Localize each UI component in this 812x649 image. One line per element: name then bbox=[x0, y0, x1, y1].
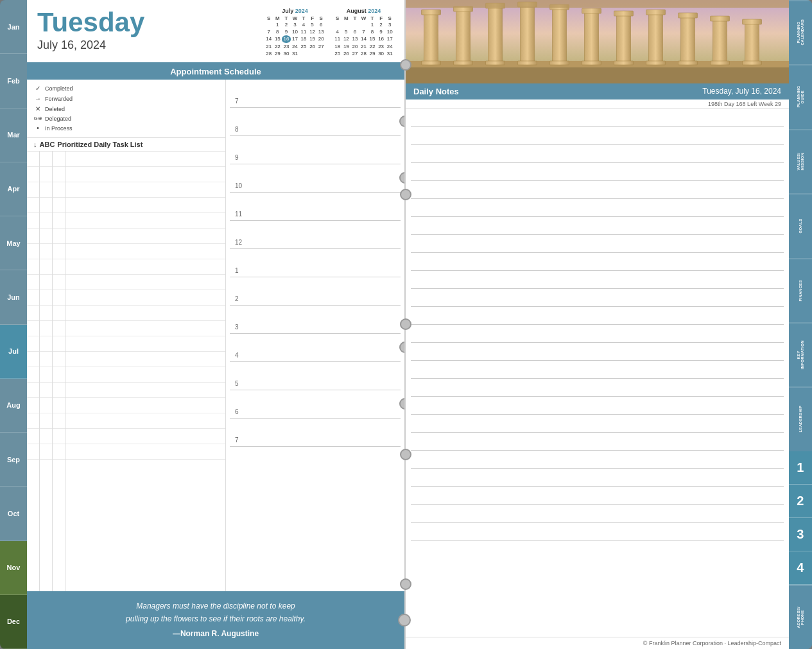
task-line-b-8[interactable] bbox=[53, 259, 65, 275]
task-line-check-19[interactable] bbox=[27, 429, 39, 444]
task-line-check-14[interactable] bbox=[27, 352, 39, 367]
task-line-check-3[interactable] bbox=[27, 182, 39, 198]
task-line-check-8[interactable] bbox=[27, 259, 39, 275]
task-line-main-20[interactable] bbox=[65, 444, 225, 460]
tab-planning-calendars[interactable]: PLANNINGCALENDARS bbox=[789, 0, 812, 64]
appt-line-12[interactable]: 12 bbox=[230, 221, 401, 249]
task-line-b-12[interactable] bbox=[53, 321, 65, 336]
tab-address-phone[interactable]: ADDRESS/PHONE bbox=[789, 585, 812, 649]
appt-line-5[interactable]: 5 bbox=[230, 362, 401, 390]
task-line-a-8[interactable] bbox=[40, 259, 52, 275]
task-line-b-11[interactable] bbox=[53, 306, 65, 321]
notes-line-17[interactable] bbox=[411, 397, 784, 415]
task-line-main-4[interactable] bbox=[65, 198, 225, 213]
task-line-a-17[interactable] bbox=[40, 398, 52, 413]
month-tab-mar[interactable]: Mar bbox=[0, 108, 27, 162]
notes-line-20[interactable] bbox=[411, 451, 784, 469]
task-line-main-17[interactable] bbox=[65, 398, 225, 413]
task-line-main-16[interactable] bbox=[65, 383, 225, 398]
task-line-main-5[interactable] bbox=[65, 213, 225, 229]
task-line-check-16[interactable] bbox=[27, 383, 39, 398]
tab-1[interactable]: 1 bbox=[789, 451, 812, 485]
month-tab-nov[interactable]: Nov bbox=[0, 541, 27, 595]
task-line-b-18[interactable] bbox=[53, 413, 65, 429]
task-line-check-12[interactable] bbox=[27, 321, 39, 336]
month-tab-apr[interactable]: Apr bbox=[0, 162, 27, 216]
task-line-a-20[interactable] bbox=[40, 444, 52, 460]
task-line-check-13[interactable] bbox=[27, 336, 39, 352]
notes-line-22[interactable] bbox=[411, 487, 784, 505]
task-line-main-9[interactable] bbox=[65, 275, 225, 290]
task-line-check-10[interactable] bbox=[27, 290, 39, 306]
month-tab-aug[interactable]: Aug bbox=[0, 379, 27, 433]
task-line-a-3[interactable] bbox=[40, 182, 52, 198]
appt-line-7[interactable]: 7 bbox=[230, 80, 401, 108]
task-line-check-9[interactable] bbox=[27, 275, 39, 290]
task-line-check-6[interactable] bbox=[27, 229, 39, 244]
appt-line-9[interactable]: 9 bbox=[230, 136, 401, 164]
task-line-main-13[interactable] bbox=[65, 336, 225, 352]
task-line-a-15[interactable] bbox=[40, 367, 52, 383]
task-line-a-10[interactable] bbox=[40, 290, 52, 306]
notes-line-23[interactable] bbox=[411, 505, 784, 523]
task-line-check-1[interactable] bbox=[27, 151, 39, 167]
task-line-b-16[interactable] bbox=[53, 383, 65, 398]
notes-line-13[interactable] bbox=[411, 325, 784, 343]
notes-line-3[interactable] bbox=[411, 145, 784, 163]
task-line-check-17[interactable] bbox=[27, 398, 39, 413]
task-line-a-5[interactable] bbox=[40, 213, 52, 229]
task-line-main-19[interactable] bbox=[65, 429, 225, 444]
notes-line-7[interactable] bbox=[411, 217, 784, 235]
month-tab-oct[interactable]: Oct bbox=[0, 487, 27, 541]
task-line-a-2[interactable] bbox=[40, 167, 52, 182]
notes-line-24[interactable] bbox=[411, 523, 784, 541]
task-line-b-9[interactable] bbox=[53, 275, 65, 290]
task-line-b-15[interactable] bbox=[53, 367, 65, 383]
appt-line-4[interactable]: 4 bbox=[230, 334, 401, 362]
month-tab-feb[interactable]: Feb bbox=[0, 54, 27, 108]
tab-2[interactable]: 2 bbox=[789, 485, 812, 518]
task-line-b-14[interactable] bbox=[53, 352, 65, 367]
notes-line-2[interactable] bbox=[411, 127, 784, 145]
task-line-check-4[interactable] bbox=[27, 198, 39, 213]
task-line-b-19[interactable] bbox=[53, 429, 65, 444]
task-line-main-8[interactable] bbox=[65, 259, 225, 275]
task-line-main-3[interactable] bbox=[65, 182, 225, 198]
task-line-check-20[interactable] bbox=[27, 444, 39, 460]
task-line-b-2[interactable] bbox=[53, 167, 65, 182]
appt-line-11[interactable]: 11 bbox=[230, 193, 401, 221]
task-line-check-7[interactable] bbox=[27, 244, 39, 259]
task-line-a-12[interactable] bbox=[40, 321, 52, 336]
appt-line-10[interactable]: 10 bbox=[230, 164, 401, 193]
tab-finances[interactable]: FINANCES bbox=[789, 258, 812, 322]
task-line-check-11[interactable] bbox=[27, 306, 39, 321]
month-tab-sep[interactable]: Sep bbox=[0, 433, 27, 487]
notes-line-8[interactable] bbox=[411, 235, 784, 253]
appt-line-6[interactable]: 6 bbox=[230, 390, 401, 419]
task-line-main-6[interactable] bbox=[65, 229, 225, 244]
task-line-a-7[interactable] bbox=[40, 244, 52, 259]
tab-leadership[interactable]: LEADERSHIP bbox=[789, 386, 812, 451]
month-tab-may[interactable]: May bbox=[0, 216, 27, 270]
task-line-b-6[interactable] bbox=[53, 229, 65, 244]
notes-line-5[interactable] bbox=[411, 181, 784, 199]
notes-line-11[interactable] bbox=[411, 289, 784, 307]
appt-line-1[interactable]: 1 bbox=[230, 249, 401, 277]
task-line-check-15[interactable] bbox=[27, 367, 39, 383]
tab-4[interactable]: 4 bbox=[789, 551, 812, 585]
task-line-a-4[interactable] bbox=[40, 198, 52, 213]
task-line-main-7[interactable] bbox=[65, 244, 225, 259]
task-line-main-18[interactable] bbox=[65, 413, 225, 429]
task-line-b-7[interactable] bbox=[53, 244, 65, 259]
notes-line-14[interactable] bbox=[411, 343, 784, 361]
task-line-main-12[interactable] bbox=[65, 321, 225, 336]
task-line-a-9[interactable] bbox=[40, 275, 52, 290]
task-line-a-16[interactable] bbox=[40, 383, 52, 398]
task-line-a-18[interactable] bbox=[40, 413, 52, 429]
task-line-b-4[interactable] bbox=[53, 198, 65, 213]
tab-goals[interactable]: GOALS bbox=[789, 193, 812, 257]
task-line-a-1[interactable] bbox=[40, 151, 52, 167]
task-line-main-11[interactable] bbox=[65, 306, 225, 321]
month-tab-jun[interactable]: Jun bbox=[0, 270, 27, 324]
task-line-main-15[interactable] bbox=[65, 367, 225, 383]
